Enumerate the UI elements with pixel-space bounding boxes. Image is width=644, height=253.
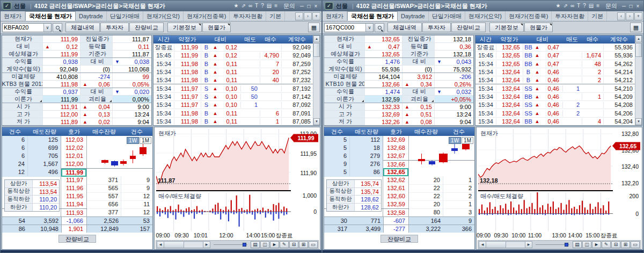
menu-list-icon[interactable]: ≡ bbox=[596, 2, 599, 10]
help-icon[interactable]: ? bbox=[261, 2, 264, 10]
close-button[interactable]: × bbox=[312, 3, 319, 9]
tab[interactable]: 현재가(요약) bbox=[465, 11, 506, 21]
vertical-scrollbar[interactable]: ▲ ▼ bbox=[313, 35, 320, 125]
zoom-out-icon[interactable]: ⊟ bbox=[611, 241, 620, 248]
toolbar-button[interactable]: 잔량비교 bbox=[451, 23, 486, 32]
scroll-thumb[interactable] bbox=[635, 43, 642, 57]
cursor-icon[interactable]: ► bbox=[270, 241, 279, 248]
window-titlebar[interactable]: ✓ 선물 | 4102 금리선물/SWAP>금리선물>국채선물 현재가 ★⇗∞T… bbox=[323, 1, 643, 11]
zoom-out-icon[interactable]: ⊟ bbox=[289, 241, 298, 248]
price-chart-plot[interactable]: 111,87 bbox=[156, 129, 291, 191]
scroll-thumb[interactable] bbox=[313, 43, 320, 57]
tab-scroll-right-button[interactable]: › bbox=[304, 12, 312, 20]
period-1m-button[interactable]: 1M bbox=[140, 137, 151, 144]
tab[interactable]: 현재가(요약) bbox=[143, 11, 184, 21]
chart-position-slider[interactable] bbox=[214, 241, 247, 248]
scroll-up-icon[interactable]: ▲ bbox=[635, 35, 642, 42]
window-titlebar[interactable]: ✓ 선물 | 4102 금리선물/SWAP>금리선물>국채선물 현재가 ★⇗∞T… bbox=[1, 1, 321, 11]
tab-scroll-right-button[interactable]: › bbox=[626, 12, 634, 20]
scroll-down-icon[interactable]: ▼ bbox=[313, 118, 320, 125]
tab[interactable]: 현재가 bbox=[1, 11, 25, 21]
grid-view-button[interactable]: ▦ bbox=[308, 23, 320, 32]
time-sales-row[interactable]: 15:34 132,64 BB ▲ 0,46 1 54,209 bbox=[475, 93, 635, 101]
toolbar-button[interactable]: 체결내역 bbox=[65, 23, 100, 32]
scroll-right-icon[interactable]: ▶ bbox=[525, 242, 532, 248]
search-button[interactable] bbox=[375, 23, 384, 32]
time-sales-row[interactable]: 15:34 132,64 BB ▲ 0,46 4 54,204 bbox=[475, 118, 635, 125]
balance-compare-label[interactable]: 잔량비교 bbox=[380, 235, 418, 243]
time-sales-row[interactable]: 15:34 111,98 B ▲ 0,11 40 87,232 bbox=[153, 76, 313, 84]
help-icon[interactable]: ? bbox=[583, 2, 586, 10]
menu-list-icon[interactable]: ≡ bbox=[274, 2, 277, 10]
symbol-combobox[interactable]: ∨ bbox=[324, 23, 374, 32]
time-sales-row[interactable]: 장종료 132,65 BB ▲ 0,47 55,936 bbox=[475, 44, 635, 52]
vertical-scrollbar[interactable]: ▲ ▼ bbox=[635, 35, 642, 125]
draw-pencil-icon[interactable]: ✎ bbox=[280, 241, 289, 248]
horizontal-scrollbar[interactable]: ◀ ▶ bbox=[479, 241, 532, 248]
favorite-star-icon[interactable]: ★ bbox=[556, 2, 561, 10]
tab[interactable]: 현재가(전종목) bbox=[184, 11, 230, 21]
scroll-up-icon[interactable]: ▲ bbox=[313, 35, 320, 42]
time-sales-row[interactable]: 15:34 111,98 B ▲ 0,11 6 87,091 bbox=[153, 109, 313, 117]
time-sales-row[interactable]: 15:34 132,65 BB ▲ 0,47 48 54,262 bbox=[475, 60, 635, 68]
quote-bubble-icon[interactable]: ◫ bbox=[260, 241, 269, 248]
report-icon[interactable]: ▤ bbox=[573, 241, 582, 248]
time-sales-row[interactable]: 15:34 132,64 SS ▲ 0,46 2 54,206 bbox=[475, 109, 635, 117]
symbol-input[interactable] bbox=[3, 24, 43, 31]
chevron-down-icon[interactable]: ∨ bbox=[43, 24, 51, 32]
toolbar-button[interactable]: 투자자 bbox=[100, 23, 129, 32]
symbol-combobox[interactable]: ∨ bbox=[2, 23, 52, 32]
slider-thumb[interactable] bbox=[565, 243, 568, 247]
zoom-in-icon[interactable]: ⊞ bbox=[299, 241, 308, 248]
tab[interactable]: 투자자현황 bbox=[552, 11, 588, 21]
close-button[interactable]: × bbox=[634, 3, 641, 9]
hscroll-thumb[interactable] bbox=[486, 242, 506, 248]
send-window-icon[interactable]: ⇗ bbox=[241, 2, 246, 10]
tab-add-button[interactable]: + bbox=[634, 12, 642, 20]
text-size-icon[interactable]: T bbox=[577, 2, 580, 10]
toolbar-button[interactable]: 잔량비교 bbox=[129, 23, 164, 32]
minimize-button[interactable]: ─ bbox=[298, 3, 305, 9]
period-1w-button[interactable]: 1W bbox=[449, 137, 461, 144]
hscroll-thumb[interactable] bbox=[164, 242, 184, 248]
time-sales-row[interactable]: 15:45 132,65 BB ▲ 0,47 1,674 55,936 bbox=[475, 52, 635, 60]
quote-bubble-icon[interactable]: ◫ bbox=[582, 241, 591, 248]
scroll-left-icon[interactable]: ◀ bbox=[157, 242, 164, 248]
symbol-input[interactable] bbox=[325, 24, 365, 31]
time-sales-row[interactable]: 15:45 111,99 B ▲ 0,12 4,790 92,049 bbox=[153, 52, 313, 60]
report-icon[interactable]: ▤ bbox=[251, 241, 260, 248]
inquiry-menu[interactable]: 문의 bbox=[283, 2, 295, 10]
tab[interactable]: 현재가(전종목) bbox=[506, 11, 552, 21]
time-sales-row[interactable]: 15:34 111,97 S ▲ 0,10 1 87,092 bbox=[153, 101, 313, 109]
search-button[interactable] bbox=[53, 23, 62, 32]
favorite-star-icon[interactable]: ★ bbox=[234, 2, 239, 10]
horizontal-scrollbar[interactable]: ◀ ▶ bbox=[157, 241, 210, 248]
tab[interactable]: 국채선물 현재가 bbox=[347, 11, 398, 21]
link-chain-icon[interactable]: ∞ bbox=[248, 2, 252, 10]
time-sales-row[interactable]: 15:34 132,64 SS ▲ 0,46 2 54,208 bbox=[475, 101, 635, 109]
tab[interactable]: 현재가 bbox=[323, 11, 347, 21]
time-sales-row[interactable]: 15:34 132,64 SS ▲ 0,46 1 54,210 bbox=[475, 84, 635, 92]
link-chain-icon[interactable]: ∞ bbox=[570, 2, 574, 10]
scroll-left-icon[interactable]: ◀ bbox=[479, 242, 486, 248]
tab[interactable]: 기본 bbox=[588, 11, 607, 21]
inquiry-menu[interactable]: 문의 bbox=[605, 2, 617, 10]
tab-scroll-left-button[interactable]: ‹ bbox=[295, 12, 303, 20]
print-icon[interactable]: ▤ bbox=[267, 2, 272, 10]
tab-add-button[interactable]: + bbox=[312, 12, 320, 20]
chevron-down-icon[interactable]: ∨ bbox=[365, 24, 373, 32]
text-size-icon[interactable]: T bbox=[255, 2, 258, 10]
time-sales-row[interactable]: 15:34 132,64 B ▲ 0,46 2 54,212 bbox=[475, 76, 635, 84]
time-sales-row[interactable]: 장종료 111,99 B ▲ 0,12 92,049 bbox=[153, 44, 313, 52]
grid-view-button[interactable]: ▦ bbox=[630, 23, 642, 32]
tab[interactable]: 투자자현황 bbox=[230, 11, 266, 21]
chart-position-slider[interactable] bbox=[536, 241, 569, 248]
scroll-down-icon[interactable]: ▼ bbox=[635, 118, 642, 125]
toolbar-menu-button[interactable]: 기본정보 bbox=[167, 23, 202, 32]
toolbar-button[interactable]: 투자자 bbox=[422, 23, 451, 32]
send-window-icon[interactable]: ⇗ bbox=[564, 2, 568, 10]
tab[interactable]: 단일가매매 bbox=[429, 11, 465, 21]
fit-chart-icon[interactable]: ▭ bbox=[631, 241, 640, 248]
tab[interactable]: Daytrade bbox=[398, 11, 429, 21]
toolbar-menu-button[interactable]: 기본정보 bbox=[489, 23, 524, 32]
